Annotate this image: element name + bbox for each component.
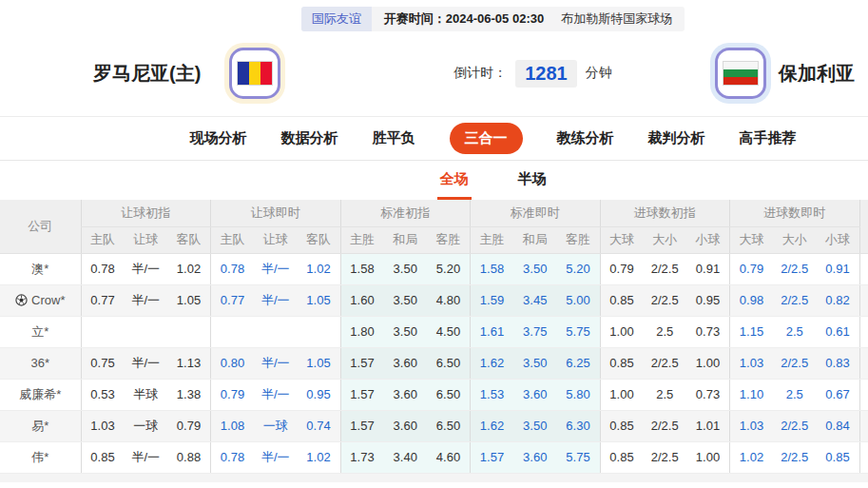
sub-header-1-2: 客队 bbox=[298, 226, 341, 253]
odds-cell: 1.57 bbox=[471, 441, 514, 473]
odds-cell: 0.84 bbox=[817, 410, 860, 441]
odds-cell: 半/一 bbox=[125, 441, 168, 473]
odds-cell: 1.38 bbox=[167, 379, 211, 410]
odds-cell: 3.75 bbox=[513, 316, 557, 347]
group-header-5: 进球数即时 bbox=[730, 200, 860, 226]
home-team-block: 罗马尼亚(主) bbox=[0, 48, 395, 99]
analysis-tabs: 现场分析数据分析胜平负三合一教练分析裁判分析高手推荐 bbox=[190, 123, 797, 154]
odds-cell: 4.50 bbox=[427, 316, 471, 347]
kickoff-time: 2024-06-05 02:30 bbox=[446, 7, 544, 31]
countdown-block: 倒计时： 1281 分钟 bbox=[453, 60, 612, 88]
match-info-box: 国际友谊 开赛时间： 2024-06-05 02:30 布加勒斯特国家球场 bbox=[301, 7, 685, 31]
odds-cell: 1.62 bbox=[471, 410, 514, 441]
main-tab-3-active[interactable]: 三合一 bbox=[450, 123, 523, 154]
odds-cell: 半/一 bbox=[254, 253, 298, 284]
company-label: Crow* bbox=[31, 293, 65, 307]
odds-cell: 0.85 bbox=[817, 441, 860, 473]
league-badge[interactable]: 国际友谊 bbox=[301, 7, 372, 31]
odds-cell: 2.5 bbox=[773, 379, 817, 410]
odds-cell: 0.79 bbox=[730, 253, 774, 284]
kickoff-label: 开赛时间： bbox=[372, 7, 446, 31]
odds-cell: 1.00 bbox=[686, 347, 730, 379]
odds-cell: 5.80 bbox=[557, 379, 601, 410]
odds-cell: 2.5 bbox=[644, 316, 687, 347]
group-header-0: 让球初指 bbox=[81, 200, 211, 226]
odds-row-1: Crow*0.77半/一1.050.77半/一1.051.603.504.801… bbox=[0, 284, 868, 316]
odds-cell: 0.95 bbox=[686, 284, 730, 316]
odds-cell: 2/2.5 bbox=[644, 284, 687, 316]
company-name[interactable]: 伟* bbox=[0, 441, 81, 473]
odds-cell: 3.50 bbox=[384, 316, 428, 347]
sub-header-0-2: 客队 bbox=[167, 226, 211, 253]
odds-row-6: 伟*0.85半/一0.880.78半/一1.021.733.404.601.57… bbox=[0, 441, 868, 473]
odds-cell: 1.61 bbox=[471, 316, 514, 347]
company-name[interactable]: Crow* bbox=[0, 284, 81, 316]
overflow-column-header bbox=[859, 200, 868, 253]
main-tab-0[interactable]: 现场分析 bbox=[190, 129, 247, 147]
period-tab-bar: 全场半场 bbox=[0, 160, 868, 200]
odds-cell: 1.05 bbox=[298, 284, 341, 316]
sub-header-2-2: 客胜 bbox=[427, 226, 471, 253]
odds-cell: 2/2.5 bbox=[773, 347, 817, 379]
odds-cell: 2/2.5 bbox=[773, 284, 817, 316]
away-team-name: 保加利亚 bbox=[779, 61, 855, 87]
countdown-label: 倒计时： bbox=[453, 65, 507, 82]
company-name[interactable]: 澳* bbox=[0, 253, 81, 284]
odds-row-0: 澳*0.78半/一1.020.78半/一1.021.583.505.201.58… bbox=[0, 253, 868, 284]
main-tab-4[interactable]: 教练分析 bbox=[557, 129, 614, 147]
company-name[interactable]: 36* bbox=[0, 347, 81, 379]
next-row-partial bbox=[0, 474, 868, 482]
bulgaria-flag-stripe bbox=[723, 62, 758, 69]
odds-cell: 1.57 bbox=[340, 347, 384, 379]
main-tab-2[interactable]: 胜平负 bbox=[373, 129, 415, 147]
overflow-column-cell bbox=[859, 284, 868, 316]
odds-cell: 2/2.5 bbox=[773, 410, 817, 441]
odds-cell: 半/一 bbox=[254, 284, 298, 316]
romania-flag-stripe bbox=[260, 62, 272, 85]
odds-cell: 0.85 bbox=[600, 347, 644, 379]
sub-header-5-2: 小球 bbox=[817, 226, 860, 253]
sub-header-4-2: 小球 bbox=[686, 226, 730, 253]
bulgaria-flag-stripe bbox=[723, 69, 758, 77]
odds-cell: 3.40 bbox=[384, 441, 428, 473]
company-name[interactable]: 易* bbox=[0, 410, 81, 441]
sub-header-5-0: 大球 bbox=[730, 226, 774, 253]
sub-header-2-0: 主胜 bbox=[340, 226, 384, 253]
odds-cell: 6.50 bbox=[427, 410, 471, 441]
odds-cell: 6.50 bbox=[427, 347, 471, 379]
period-tabs: 全场半场 bbox=[437, 161, 550, 200]
odds-cell: 0.85 bbox=[600, 410, 644, 441]
period-tab-0-active[interactable]: 全场 bbox=[437, 161, 472, 200]
main-tab-6[interactable]: 高手推荐 bbox=[740, 129, 797, 147]
odds-cell: 2/2.5 bbox=[773, 253, 817, 284]
company-name[interactable]: 立* bbox=[0, 316, 81, 347]
odds-cell: 0.79 bbox=[600, 253, 644, 284]
company-name[interactable]: 威廉希* bbox=[0, 379, 81, 410]
odds-cell: 1.03 bbox=[730, 347, 774, 379]
main-tab-1[interactable]: 数据分析 bbox=[281, 129, 338, 147]
company-label: 36* bbox=[30, 356, 49, 370]
odds-cell: 1.08 bbox=[211, 410, 255, 441]
odds-cell: 1.57 bbox=[340, 410, 384, 441]
sub-header-3-1: 和局 bbox=[513, 226, 557, 253]
bulgaria-flag-stripe bbox=[723, 77, 758, 85]
period-tab-1[interactable]: 半场 bbox=[515, 161, 550, 200]
odds-cell: 1.03 bbox=[81, 410, 125, 441]
main-tab-5[interactable]: 裁判分析 bbox=[648, 129, 705, 147]
odds-cell bbox=[254, 316, 298, 347]
odds-cell: 半/一 bbox=[254, 379, 298, 410]
overflow-column-cell bbox=[859, 347, 868, 379]
odds-cell: 0.77 bbox=[81, 284, 125, 316]
overflow-column-cell bbox=[859, 410, 868, 441]
odds-cell bbox=[167, 316, 211, 347]
odds-cell: 0.88 bbox=[167, 441, 211, 473]
odds-cell: 2.5 bbox=[644, 379, 687, 410]
odds-cell: 0.80 bbox=[211, 347, 255, 379]
odds-cell: 1.73 bbox=[340, 441, 384, 473]
company-label: 伟* bbox=[31, 450, 48, 464]
odds-cell: 0.74 bbox=[298, 410, 341, 441]
odds-cell: 1.10 bbox=[730, 379, 774, 410]
overflow-column-cell bbox=[859, 316, 868, 347]
company-label: 澳* bbox=[31, 262, 48, 276]
odds-cell: 3.45 bbox=[513, 284, 557, 316]
